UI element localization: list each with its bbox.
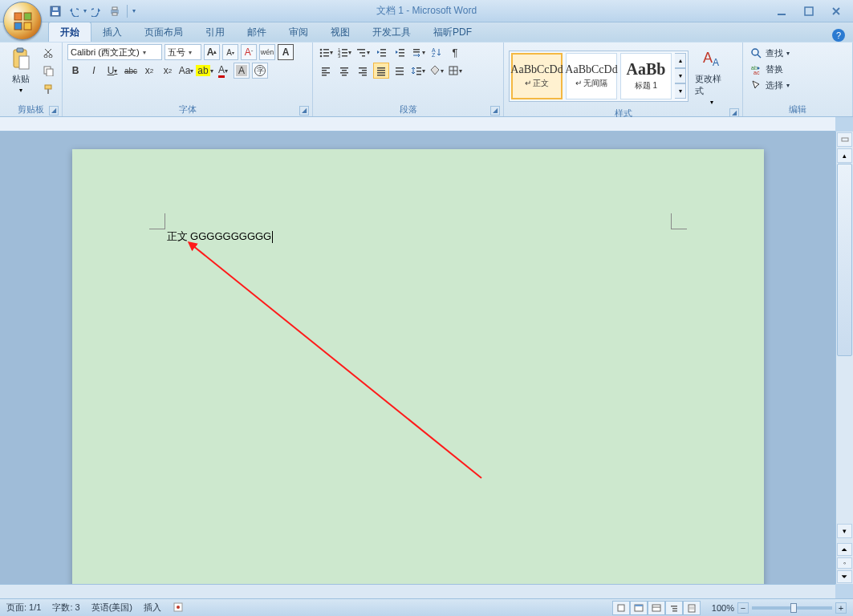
status-page[interactable]: 页面: 1/1 [6, 602, 41, 614]
char-border-icon[interactable]: A [278, 44, 294, 60]
styles-up-icon[interactable]: ▴ [675, 53, 686, 68]
zoom-value[interactable]: 100% [712, 603, 734, 613]
view-fullscreen-icon[interactable] [630, 601, 648, 615]
copy-icon[interactable] [40, 63, 56, 79]
tab-mailings[interactable]: 邮件 [236, 22, 278, 42]
view-draft-icon[interactable] [683, 601, 701, 615]
status-mode[interactable]: 插入 [144, 602, 161, 614]
prev-page-icon[interactable]: ⏶ [837, 543, 852, 556]
scroll-track[interactable] [837, 164, 852, 523]
view-print-icon[interactable] [612, 601, 630, 615]
cut-icon[interactable] [40, 44, 56, 60]
zoom-knob[interactable] [790, 603, 797, 613]
help-icon[interactable]: ? [832, 29, 845, 42]
style-item-nospacing[interactable]: AaBbCcDd↵ 无间隔 [566, 53, 617, 99]
ruler-toggle-icon[interactable] [837, 132, 852, 147]
indent-decrease-icon[interactable] [373, 44, 389, 60]
indent-increase-icon[interactable] [392, 44, 408, 60]
zoom-slider[interactable] [752, 606, 832, 610]
view-outline-icon[interactable] [665, 601, 683, 615]
font-color-icon[interactable]: A▾ [215, 63, 231, 79]
qat-undo-dropdown[interactable]: ▾ [83, 7, 87, 14]
tab-references[interactable]: 引用 [194, 22, 236, 42]
zoom-out-icon[interactable]: − [737, 602, 749, 614]
sort-icon[interactable]: AZ [429, 44, 445, 60]
change-styles-button[interactable]: AA 更改样式 ▾ [692, 44, 732, 107]
align-left-icon[interactable] [318, 63, 334, 79]
shading-icon[interactable]: ▾ [429, 63, 445, 79]
find-button[interactable]: 查找 ▾ [748, 46, 847, 60]
scroll-thumb[interactable] [837, 164, 852, 356]
page[interactable]: 正文 GGGGGGGGGG [72, 149, 764, 584]
align-justify-icon[interactable] [373, 63, 389, 79]
grow-font-icon[interactable]: A▴ [204, 44, 220, 60]
qat-redo-icon[interactable] [90, 4, 104, 18]
scroll-down-icon[interactable]: ▾ [837, 524, 852, 538]
change-case-icon[interactable]: Aa▾ [178, 63, 194, 79]
subscript-icon[interactable]: x2 [141, 63, 157, 79]
clipboard-launcher[interactable]: ◢ [49, 106, 59, 116]
horizontal-ruler[interactable] [0, 117, 835, 132]
bold-icon[interactable]: B [67, 63, 83, 79]
tab-pagelayout[interactable]: 页面布局 [133, 22, 194, 42]
document-text[interactable]: 正文 GGGGGGGGGG [167, 229, 274, 244]
close-button[interactable] [826, 4, 847, 18]
ltr-icon[interactable]: ▾ [410, 44, 426, 60]
browse-object-icon[interactable]: ◦ [837, 557, 852, 569]
distribute-icon[interactable] [392, 63, 408, 79]
view-web-icon[interactable] [648, 601, 665, 615]
tab-home[interactable]: 开始 [48, 22, 91, 42]
qat-undo-icon[interactable] [66, 4, 80, 18]
underline-icon[interactable]: U▾ [104, 63, 120, 79]
paste-button[interactable]: 粘贴 ▾ [5, 44, 37, 95]
phonetic-guide-icon[interactable]: wén [259, 44, 275, 60]
tab-developer[interactable]: 开发工具 [361, 22, 422, 42]
strike-icon[interactable]: abc [123, 63, 139, 79]
qat-save-icon[interactable] [48, 4, 63, 18]
align-center-icon[interactable] [336, 63, 352, 79]
multilevel-icon[interactable]: ▾ [355, 44, 371, 60]
shrink-font-icon[interactable]: A▾ [222, 44, 238, 60]
superscript-icon[interactable]: x2 [160, 63, 176, 79]
office-button[interactable] [3, 2, 42, 40]
clear-format-icon[interactable]: Aˇ [241, 44, 257, 60]
font-launcher[interactable]: ◢ [299, 106, 309, 116]
tab-foxitpdf[interactable]: 福昕PDF [422, 22, 483, 42]
style-item-normal[interactable]: AaBbCcDd↵ 正文 [511, 53, 563, 99]
enclose-char-icon[interactable]: 字 [252, 63, 268, 79]
status-words[interactable]: 字数: 3 [52, 602, 79, 614]
font-name-combo[interactable]: Calibri (西文正文)▾ [67, 44, 162, 60]
qat-quickprint-icon[interactable] [108, 4, 122, 18]
align-right-icon[interactable] [355, 63, 371, 79]
zoom-in-icon[interactable]: + [835, 602, 847, 614]
maximize-button[interactable] [798, 4, 819, 18]
highlight-icon[interactable]: ab▾ [197, 63, 213, 79]
italic-icon[interactable]: I [86, 63, 102, 79]
styles-down-icon[interactable]: ▾ [675, 68, 686, 83]
tab-view[interactable]: 视图 [319, 22, 361, 42]
format-painter-icon[interactable] [40, 81, 56, 97]
bullets-icon[interactable]: ▾ [318, 44, 334, 60]
line-spacing-icon[interactable]: ▾ [410, 63, 426, 79]
select-button[interactable]: 选择 ▾ [748, 78, 847, 92]
font-size-combo[interactable]: 五号▾ [165, 44, 201, 60]
svg-rect-46 [322, 67, 330, 69]
tab-review[interactable]: 审阅 [278, 22, 319, 42]
minimize-button[interactable] [771, 4, 792, 18]
styles-more-icon[interactable]: ▾ [675, 83, 686, 99]
next-page-icon[interactable]: ⏷ [837, 570, 852, 583]
qat-customize-dropdown[interactable]: ▾ [132, 7, 136, 14]
numbering-icon[interactable]: 123▾ [336, 44, 352, 60]
status-macro-icon[interactable] [173, 602, 184, 614]
show-marks-icon[interactable]: ¶ [447, 44, 463, 60]
paragraph-launcher[interactable]: ◢ [490, 106, 500, 116]
status-lang[interactable]: 英语(美国) [91, 602, 132, 614]
tab-insert[interactable]: 插入 [91, 22, 133, 42]
char-shading-icon[interactable]: A [234, 63, 250, 79]
scroll-up-icon[interactable]: ▴ [837, 148, 852, 163]
style-item-heading1[interactable]: AaBb标题 1 [620, 53, 672, 99]
borders-icon[interactable]: ▾ [447, 63, 463, 79]
replace-button[interactable]: abac替换 [748, 62, 847, 76]
document-viewport[interactable]: 正文 GGGGGGGGGG [0, 132, 835, 584]
horizontal-scrollbar[interactable] [0, 584, 835, 598]
